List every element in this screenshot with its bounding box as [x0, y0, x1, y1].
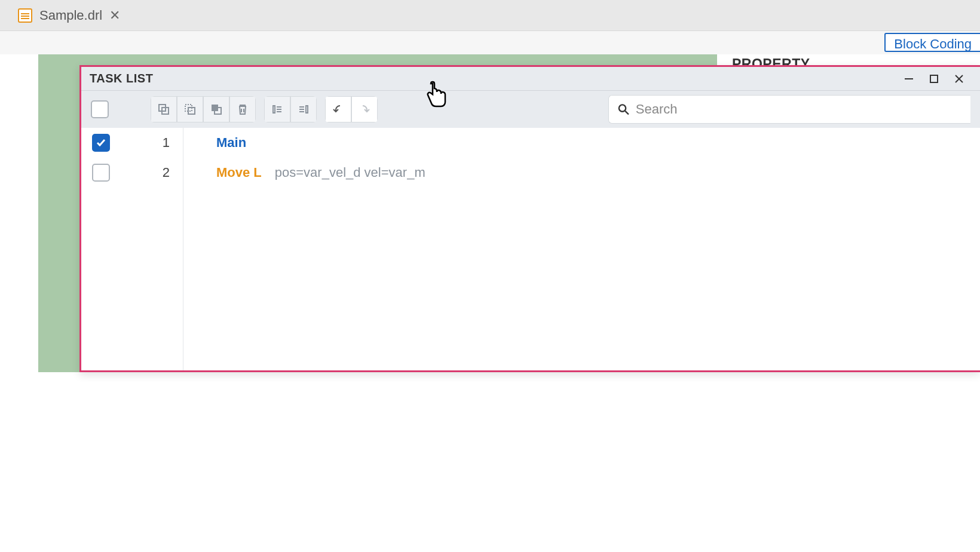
row-number: 1	[110, 135, 182, 151]
file-tab[interactable]: Sample.drl ✕	[18, 8, 120, 23]
edit-group	[151, 96, 256, 122]
tab-bar: Sample.drl ✕	[0, 0, 980, 31]
delete-button[interactable]	[229, 96, 256, 122]
cut-button[interactable]	[177, 96, 203, 122]
search-icon	[617, 103, 630, 116]
svg-point-10	[619, 105, 626, 111]
maximize-button[interactable]	[921, 68, 947, 90]
row-arguments: pos=var_vel_d vel=var_m	[262, 165, 425, 180]
row-divider	[183, 128, 183, 370]
sub-toolbar	[0, 31, 980, 54]
redo-button[interactable]	[351, 96, 378, 122]
row-number: 2	[110, 165, 182, 180]
row-command: Move L	[182, 165, 262, 180]
search-input[interactable]	[636, 102, 962, 117]
svg-line-11	[625, 111, 629, 115]
task-rows: 1 Main 2 Move L pos=var_vel_d vel=var_m	[81, 128, 980, 370]
task-row[interactable]: 1 Main	[81, 128, 980, 158]
row-checkbox[interactable]	[92, 134, 110, 152]
indent-button[interactable]	[290, 96, 317, 122]
panel-toolbar	[81, 91, 980, 128]
search-box[interactable]	[608, 95, 970, 124]
indent-group	[264, 96, 317, 122]
panel-title: TASK LIST	[90, 72, 153, 85]
close-tab-icon[interactable]: ✕	[109, 8, 120, 23]
block-coding-button[interactable]: Block Coding	[884, 33, 980, 52]
panel-titlebar[interactable]: TASK LIST	[81, 67, 980, 91]
outdent-button[interactable]	[264, 96, 290, 122]
tab-filename: Sample.drl	[39, 8, 102, 23]
undo-button[interactable]	[325, 96, 351, 122]
row-checkbox[interactable]	[92, 164, 110, 182]
svg-rect-1	[930, 75, 938, 82]
close-button[interactable]	[947, 68, 972, 90]
minimize-button[interactable]	[896, 68, 921, 90]
select-all-checkbox[interactable]	[91, 100, 109, 118]
row-command: Main	[182, 135, 246, 151]
task-list-panel: TASK LIST	[79, 65, 980, 372]
paste-button[interactable]	[203, 96, 229, 122]
copy-button[interactable]	[151, 96, 177, 122]
drl-file-icon	[18, 8, 32, 23]
task-row[interactable]: 2 Move L pos=var_vel_d vel=var_m	[81, 158, 980, 188]
undo-redo-group	[325, 96, 378, 122]
